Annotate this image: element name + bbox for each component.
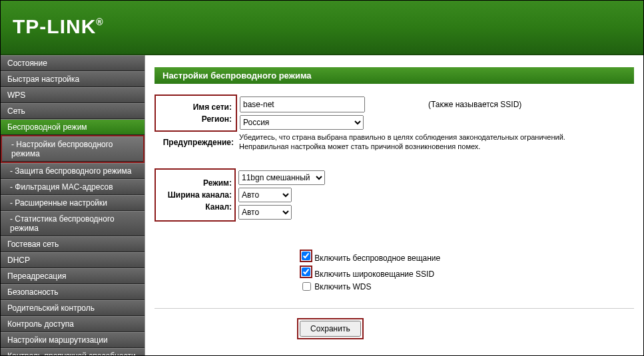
nav-wireless-security[interactable]: - Защита беспроводного режима bbox=[1, 163, 145, 179]
nav-mac-filter[interactable]: - Фильтрация MAC-адресов bbox=[1, 179, 145, 195]
nav-bandwidth[interactable]: Контроль пропускной способности bbox=[1, 348, 145, 355]
region-select[interactable]: Россия bbox=[240, 115, 364, 130]
nav-network[interactable]: Сеть bbox=[1, 103, 145, 119]
save-button[interactable]: Сохранить bbox=[300, 321, 361, 337]
nav-dhcp[interactable]: DHCP bbox=[1, 252, 145, 268]
nav-forwarding[interactable]: Переадресация bbox=[1, 268, 145, 284]
nav-wps[interactable]: WPS bbox=[1, 87, 145, 103]
label-mode: Режим: bbox=[156, 177, 234, 189]
ssid-hint: (Также называется SSID) bbox=[426, 95, 568, 114]
channel-select[interactable]: Авто bbox=[238, 205, 292, 220]
nav-wireless-settings[interactable]: - Настройки беспроводного режима bbox=[2, 136, 143, 162]
nav-security[interactable]: Безопасность bbox=[1, 284, 145, 300]
enable-wireless-checkbox[interactable] bbox=[302, 252, 310, 260]
enable-wireless-label: Включить беспроводное вещание bbox=[314, 254, 440, 263]
nav-status[interactable]: Состояние bbox=[1, 55, 145, 71]
nav-routing[interactable]: Настройки маршрутизации bbox=[1, 332, 145, 348]
nav-parental[interactable]: Родительский контроль bbox=[1, 300, 145, 316]
nav-quick-setup[interactable]: Быстрая настройка bbox=[1, 71, 145, 87]
form-block-2: Режим: Ширина канала: Канал: 11bgn смеша… bbox=[155, 168, 329, 222]
nav-access[interactable]: Контроль доступа bbox=[1, 316, 145, 332]
nav-wireless-stats[interactable]: - Статистика беспроводного режима bbox=[1, 211, 145, 236]
nav-wireless[interactable]: Беспроводной режим bbox=[1, 119, 145, 135]
warning-text: Убедитесь, что страна выбрана правильно … bbox=[236, 131, 568, 152]
header: TP-LINK® bbox=[1, 1, 643, 55]
enable-ssid-broadcast-checkbox[interactable] bbox=[302, 267, 310, 276]
nav-guest[interactable]: Гостевая сеть bbox=[1, 236, 145, 252]
enable-wds-label: Включить WDS bbox=[314, 281, 371, 291]
label-channel: Канал: bbox=[156, 201, 234, 213]
label-warning: Предупреждение: bbox=[155, 131, 236, 152]
width-select[interactable]: Авто bbox=[238, 188, 292, 202]
mode-select[interactable]: 11bgn смешанный bbox=[238, 170, 325, 185]
label-region: Регион: bbox=[156, 113, 234, 125]
checkbox-block: Включить беспроводное вещание Включить ш… bbox=[297, 248, 443, 292]
sidebar: Состояние Быстрая настройка WPS Сеть Бес… bbox=[1, 55, 145, 355]
enable-wds-checkbox[interactable] bbox=[302, 282, 311, 291]
label-ssid: Имя сети: bbox=[156, 101, 234, 113]
ssid-input[interactable] bbox=[240, 96, 365, 112]
label-width: Ширина канала: bbox=[156, 189, 234, 201]
nav-wireless-advanced[interactable]: - Расширенные настройки bbox=[1, 195, 145, 211]
form-block-1: Имя сети: Регион: (Также называется SSID… bbox=[155, 94, 568, 152]
content-area: Настройки беспроводного режима Имя сети:… bbox=[145, 55, 643, 355]
panel-title: Настройки беспроводного режима bbox=[155, 67, 634, 84]
enable-ssid-broadcast-label: Включить широковещание SSID bbox=[314, 269, 434, 279]
logo: TP-LINK® bbox=[13, 15, 104, 38]
